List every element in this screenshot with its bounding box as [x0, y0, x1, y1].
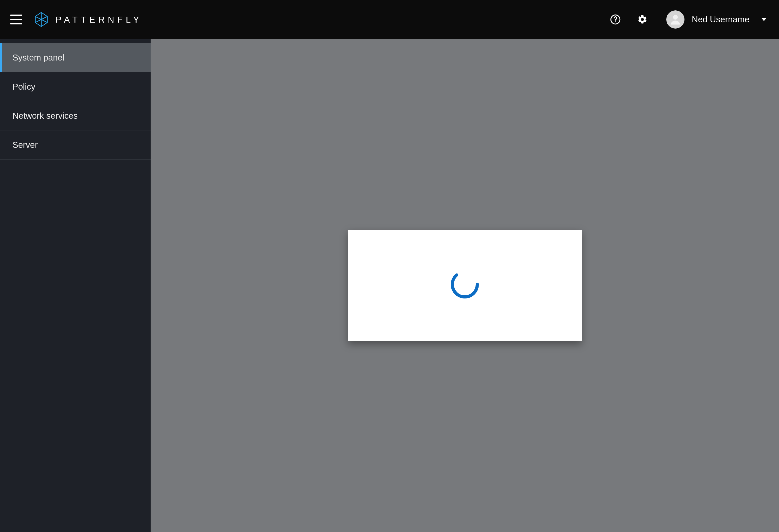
svg-point-2 [673, 15, 678, 19]
sidebar-item-system-panel[interactable]: System panel [0, 43, 151, 72]
sidebar-item-label: System panel [12, 53, 64, 63]
gear-icon [637, 14, 648, 25]
chevron-down-icon [761, 18, 767, 21]
settings-button[interactable] [635, 12, 650, 27]
loading-card [348, 230, 582, 341]
avatar [666, 10, 684, 28]
help-button[interactable] [608, 12, 623, 27]
svg-point-1 [615, 21, 616, 22]
sidebar-item-network-services[interactable]: Network services [0, 101, 151, 130]
sidebar-item-label: Server [12, 140, 38, 150]
sidebar-item-label: Policy [12, 82, 35, 92]
spinner-icon [449, 269, 480, 302]
sidebar-item-policy[interactable]: Policy [0, 72, 151, 101]
brand[interactable]: PATTERNFLY [33, 11, 142, 27]
sidebar: System panel Policy Network services Ser… [0, 39, 151, 532]
user-name: Ned Username [692, 14, 750, 24]
svg-point-3 [452, 272, 477, 297]
nav-toggle-button[interactable] [10, 12, 26, 27]
help-icon [610, 14, 621, 25]
sidebar-item-server[interactable]: Server [0, 130, 151, 160]
app-header: PATTERNFLY Ned Username [0, 0, 779, 39]
main-content [151, 39, 779, 532]
sidebar-item-label: Network services [12, 111, 78, 121]
brand-text: PATTERNFLY [56, 14, 142, 25]
user-menu[interactable]: Ned Username [666, 10, 767, 28]
brand-logo-icon [33, 11, 49, 27]
